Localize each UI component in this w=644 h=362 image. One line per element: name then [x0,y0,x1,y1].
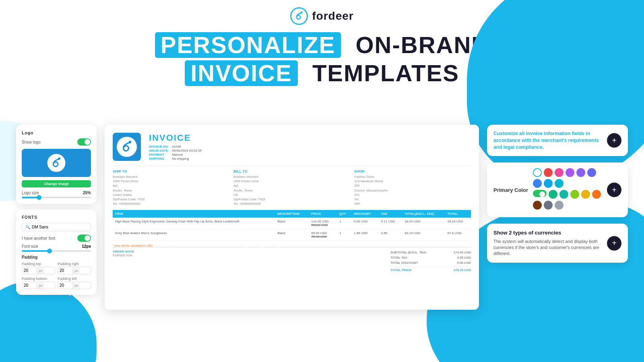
logo-size-slider[interactable] [22,197,91,198]
color-swatch-cyan[interactable] [555,179,564,188]
padding-left-unit: px [72,282,80,289]
color-swatches [533,168,602,212]
change-image-button[interactable]: Change image [22,180,91,187]
padding-right-input[interactable] [58,267,72,274]
color-swatch-emerald[interactable] [549,190,557,199]
padding-bottom-input[interactable] [22,282,37,289]
font-search-input[interactable] [32,225,87,229]
color-swatch-orange[interactable] [592,190,601,199]
padding-top-unit: px [37,267,44,274]
plus-button-2[interactable]: + [607,183,621,197]
shipping-value: No shipping [172,157,471,160]
color-swatch-gray[interactable] [544,201,553,210]
padding-bottom-label: Padding bottom [22,277,55,281]
total-price-label: TOTAL PRICE [390,268,411,272]
font-slider-thumb [47,249,52,253]
color-swatch-teal[interactable] [559,190,568,199]
padding-top-input[interactable] [22,267,37,274]
logo-size-row: Logo size 25% [22,191,91,195]
invoice-header: INVOICE INVOICE NO #1046 ISSUE DATE 05/0… [113,133,471,161]
hero-highlight-1: PERSONALIZE [155,32,341,58]
logo-size-value: 25% [83,191,91,195]
fonts-panel-card: FONTS 🔍 I have another font Font size 12… [16,210,97,295]
color-picker-card: Primary Color [487,162,628,217]
payment-value: Manual [172,153,471,156]
svg-point-4 [47,154,66,172]
primary-color-label: Primary Color [493,187,528,193]
slider-thumb [37,195,41,200]
issue-date-value: 05/06/2023 04:20:35 [172,149,471,152]
color-swatch-brown[interactable] [533,201,542,210]
font-size-value: 12px [82,244,91,249]
color-swatch-lightgray[interactable] [555,201,564,210]
row1-price: 114.35 USD55300 USD [309,218,337,229]
hero-highlight-2: INVOICE [185,60,298,86]
total-discount-label: TOTAL DISCOUNT [390,261,418,265]
color-swatch-yellow[interactable] [581,190,590,199]
row1-tax: 3.11 USD [379,218,402,229]
currency-title: Show 2 types of currencies [493,229,603,237]
invoice-table: ITEM DESCRIPTION PRICE QTY DISCOUNT TAX … [113,210,471,241]
ship-to-block: SHIP TO Brandon Moment1000 Flores DriveA… [113,169,229,206]
color-swatch-blue[interactable] [533,179,542,188]
font-size-slider[interactable] [22,250,91,252]
show-logo-toggle[interactable] [77,138,91,146]
col-total: TOTAL [445,210,471,218]
currency-callout-card: Show 2 types of currencies The system wi… [487,224,628,262]
color-swatch-purple-light[interactable] [566,168,574,177]
color-swatch-violet[interactable] [576,168,585,177]
logo-size-label: Logo size [22,191,39,195]
padding-left-input-row: px [58,282,91,289]
color-swatch-indigo[interactable] [587,168,596,177]
total-price-row: TOTAL PRICE 178.35 USD [390,267,471,273]
currency-callout-text: Show 2 types of currencies The system wi… [493,229,603,257]
padding-right-item: Padding right px [58,262,91,274]
right-panel: Customize all invoice information fields… [487,125,628,263]
invoice-totals: SUBTOTAL (EXCL. TAX) 174.40 USD TOTAL TA… [390,250,471,273]
color-swatch-white[interactable] [533,168,542,177]
color-row-2 [533,190,602,210]
callout-card-1: Customize all invoice information fields… [487,125,628,156]
logo-panel-card: Logo Show logo Change image Logo size [16,125,97,204]
padding-left-input[interactable] [58,282,72,289]
row2-desc: Black [275,229,309,241]
font-search-box[interactable]: 🔍 [22,223,91,231]
color-swatch-pink[interactable] [555,168,564,177]
logo-preview-icon [46,152,67,173]
payment-label: PAYMENT [149,153,168,156]
table-row: High Back Racing Style Ergonomic Gaming … [113,218,471,229]
currency-desc: The system will automatically detect and… [493,239,603,257]
total-tax-value: 3.95 USD [457,256,471,259]
col-total-excl: TOTAL(EXCL. TAX) [402,210,445,218]
another-font-toggle[interactable] [77,234,91,242]
main-area: Logo Show logo Change image Logo size [0,125,644,362]
padding-right-unit: px [72,267,80,274]
padding-bottom-item: Padding bottom px [22,277,55,289]
font-size-row: Font size 12px [22,244,91,249]
padding-grid: Padding top px Padding right px [22,262,91,289]
col-tax: TAX [379,210,402,218]
row2-discount: 1.89 USD [351,229,379,241]
padding-top-item: Padding top px [22,262,55,274]
color-swatch-sky[interactable] [544,179,553,188]
plus-button-1[interactable]: + [607,133,621,148]
row1-qty: 1 [337,218,351,229]
ship-to-lines: Brandon Moment1000 Flores DriveApt.Austi… [113,175,229,206]
invoice-addresses: SHIP TO Brandon Moment1000 Flores DriveA… [113,166,471,206]
svg-point-2 [301,12,303,14]
row2-qty: 1 [337,229,351,241]
fordeer-logo-icon [290,7,308,25]
invoice-note-section: ORDER NOTE Example note SUBTOTAL (EXCL. … [113,247,471,273]
ship-to-title: SHIP TO [113,169,229,173]
color-swatch-green-toggle[interactable] [533,190,547,197]
logo-preview [22,149,91,177]
row2-total-excl: 63.16 USD [402,229,445,241]
shop-lines: Fashion Store123 Handcart Street200Cosmo… [354,175,471,206]
plus-button-3[interactable]: + [607,236,621,251]
color-swatch-lime[interactable] [570,190,579,199]
invoice-no-label: INVOICE NO [149,145,168,148]
another-font-label: I have another font [22,236,55,241]
invoice-area: INVOICE INVOICE NO #1046 ISSUE DATE 05/0… [105,125,479,310]
another-font-row: I have another font [22,234,91,242]
color-swatch-red[interactable] [544,168,553,177]
